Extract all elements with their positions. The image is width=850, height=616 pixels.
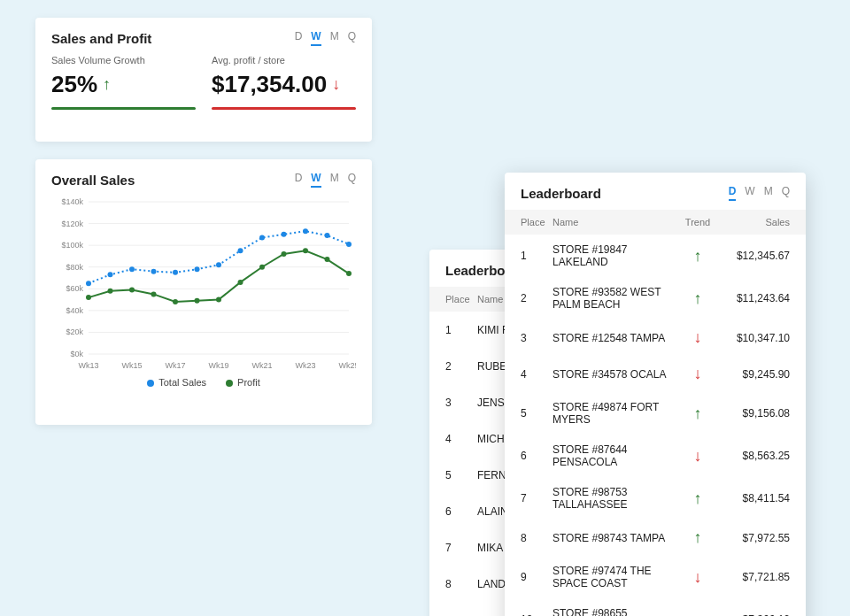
svg-text:$120k: $120k xyxy=(61,219,83,228)
col-trend: Trend xyxy=(676,217,719,227)
sales-profit-card: Sales and Profit D W M Q Sales Volume Gr… xyxy=(35,18,372,142)
svg-point-33 xyxy=(303,228,308,234)
svg-point-38 xyxy=(129,288,135,293)
card-title: Leaderboard xyxy=(521,186,601,201)
table-row[interactable]: 2STORE #93582 WEST PALM BEACH↑$11,243.64 xyxy=(505,277,806,320)
svg-text:$40k: $40k xyxy=(66,306,83,315)
trend-down-icon: ↓ xyxy=(694,365,702,382)
period-m[interactable]: M xyxy=(330,30,339,46)
table-row[interactable]: 9STORE #97474 THE SPACE COAST↓$7,721.85 xyxy=(505,556,806,598)
svg-point-40 xyxy=(173,299,178,304)
col-name: Name xyxy=(552,217,676,227)
svg-point-27 xyxy=(173,270,178,275)
table-row[interactable]: 5STORE #49874 FORT MYERS↑$9,156.08 xyxy=(505,392,806,435)
table-row[interactable]: 3STORE #12548 TAMPA↓$10,347.10 xyxy=(505,320,806,356)
col-place: Place xyxy=(445,294,477,304)
cell-place: 4 xyxy=(521,368,552,381)
table-row[interactable]: 10STORE #98655 ORLANDO↓$7,366.12 xyxy=(505,598,806,616)
kpi-underline xyxy=(51,107,196,110)
cell-place: 5 xyxy=(521,407,552,420)
period-w[interactable]: W xyxy=(745,185,754,201)
cell-sales: $9,156.08 xyxy=(719,407,790,420)
trend-up-icon: ↑ xyxy=(694,404,702,422)
period-w[interactable]: W xyxy=(311,30,321,46)
svg-point-31 xyxy=(259,235,265,241)
svg-point-24 xyxy=(108,272,113,277)
period-d[interactable]: D xyxy=(729,185,737,201)
trend-up-icon: ↑ xyxy=(694,489,702,507)
svg-point-29 xyxy=(216,262,221,267)
leaderboard-stores-card: Leaderboard D W M Q Place Name Trend Sal… xyxy=(505,173,806,616)
cell-sales: $8,563.25 xyxy=(719,450,790,462)
table-header: Place Name Trend Sales xyxy=(505,210,806,235)
svg-point-41 xyxy=(195,298,200,304)
svg-point-46 xyxy=(303,248,308,253)
svg-point-37 xyxy=(108,289,113,294)
period-w[interactable]: W xyxy=(311,172,321,188)
period-selector: D W M Q xyxy=(729,185,790,201)
table-row[interactable]: 4STORE #34578 OCALA↓$9,245.90 xyxy=(505,356,806,392)
svg-point-45 xyxy=(282,251,287,257)
cell-place: 2 xyxy=(445,360,477,373)
cell-sales: $10,347.10 xyxy=(719,332,790,344)
chart-svg: $140k$120k$100k$80k$60k$40k$20k$0kWk13Wk… xyxy=(51,196,356,373)
period-q[interactable]: Q xyxy=(782,185,790,201)
svg-point-42 xyxy=(216,297,221,303)
svg-point-47 xyxy=(325,257,330,262)
svg-point-25 xyxy=(129,266,135,272)
table-row[interactable]: 1STORE #19847 LAKELAND↑$12,345.67 xyxy=(505,235,806,277)
cell-trend: ↑ xyxy=(676,404,719,423)
period-d[interactable]: D xyxy=(295,30,303,46)
cell-name: STORE #98655 ORLANDO xyxy=(552,607,676,616)
cell-sales: $9,245.90 xyxy=(719,368,790,381)
cell-place: 6 xyxy=(445,505,477,518)
legend-item-total-sales: Total Sales xyxy=(147,377,206,388)
period-m[interactable]: M xyxy=(330,172,339,188)
cell-place: 3 xyxy=(521,332,552,344)
cell-sales: $12,345.67 xyxy=(719,250,790,262)
cell-place: 5 xyxy=(445,469,477,481)
cell-name: STORE #98743 TAMPA xyxy=(552,532,676,544)
cell-sales: $8,411.54 xyxy=(719,492,790,504)
cell-place: 4 xyxy=(445,433,477,445)
trend-down-icon: ↓ xyxy=(694,568,702,586)
svg-point-30 xyxy=(238,248,243,253)
cell-name: STORE #93582 WEST PALM BEACH xyxy=(552,286,676,311)
cell-trend: ↓ xyxy=(676,328,719,347)
svg-text:Wk23: Wk23 xyxy=(295,361,315,370)
period-q[interactable]: Q xyxy=(348,172,356,188)
period-m[interactable]: M xyxy=(764,185,773,201)
period-d[interactable]: D xyxy=(295,172,303,188)
period-q[interactable]: Q xyxy=(348,30,356,46)
svg-point-48 xyxy=(346,271,352,276)
table-row[interactable]: 6STORE #87644 PENSACOLA↓$8,563.25 xyxy=(505,435,806,477)
col-place: Place xyxy=(521,217,552,227)
cell-place: 1 xyxy=(521,250,552,262)
trend-up-icon: ↑ xyxy=(694,528,702,546)
kpi-value: $17,354.00 xyxy=(212,71,327,98)
cell-place: 7 xyxy=(445,542,477,554)
svg-point-43 xyxy=(238,280,243,285)
svg-point-32 xyxy=(282,232,287,237)
svg-text:$0k: $0k xyxy=(70,350,83,358)
svg-text:Wk21: Wk21 xyxy=(251,361,272,370)
table-row[interactable]: 8STORE #98743 TAMPA↑$7,972.55 xyxy=(505,520,806,556)
cell-place: 3 xyxy=(445,397,477,409)
svg-text:Wk13: Wk13 xyxy=(78,361,98,370)
chart-plot: $140k$120k$100k$80k$60k$40k$20k$0kWk13Wk… xyxy=(51,196,356,373)
cell-place: 8 xyxy=(521,532,552,544)
trend-down-icon: ↓ xyxy=(694,328,702,346)
kpi-value: 25% xyxy=(51,71,97,98)
cell-trend: ↓ xyxy=(676,447,719,466)
svg-text:$100k: $100k xyxy=(61,241,83,250)
cell-name: STORE #19847 LAKELAND xyxy=(552,243,676,268)
svg-point-34 xyxy=(325,233,330,238)
svg-point-23 xyxy=(86,281,91,286)
table-row[interactable]: 7STORE #98753 TALLAHASSEE↑$8,411.54 xyxy=(505,477,806,520)
cell-place: 1 xyxy=(445,324,477,336)
trend-down-icon: ↓ xyxy=(694,611,702,617)
cell-name: STORE #49874 FORT MYERS xyxy=(552,401,676,426)
cell-name: STORE #97474 THE SPACE COAST xyxy=(552,565,676,589)
svg-text:Wk15: Wk15 xyxy=(121,361,142,370)
cell-name: STORE #34578 OCALA xyxy=(552,368,676,381)
